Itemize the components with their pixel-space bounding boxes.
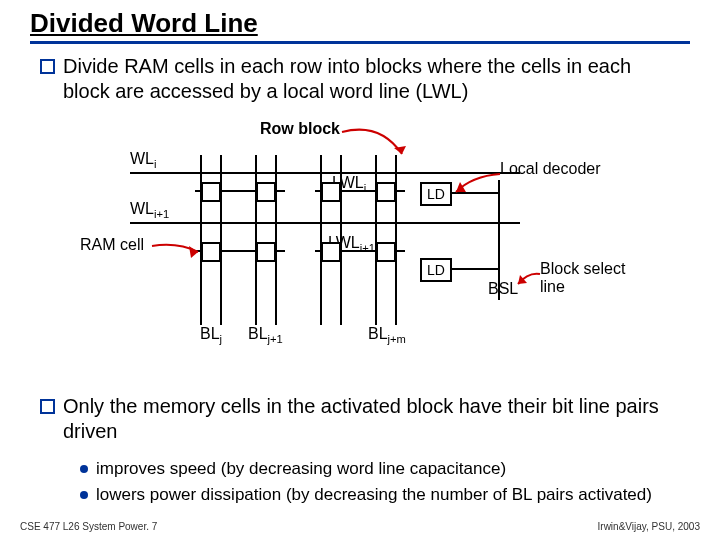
lwl-i1-sub: i+1 (360, 242, 375, 254)
ram-cell (376, 242, 396, 262)
label-row-block: Row block (260, 120, 340, 138)
bl-jm-sub: j+m (388, 333, 406, 345)
bl-j-text: BL (200, 325, 220, 342)
arrow-local-decoder (452, 172, 512, 202)
svg-marker-2 (189, 246, 198, 258)
sub-1-text: improves speed (by decreasing word line … (96, 458, 506, 479)
arrow-ram-cell (150, 240, 210, 270)
slide: Divided Word Line Divide RAM cells in ea… (0, 0, 720, 540)
arrow-row-block (340, 126, 420, 166)
ram-cell (256, 242, 276, 262)
bl-j1-text: BL (248, 325, 268, 342)
square-bullet-icon (40, 59, 55, 74)
bl-j-sub: j (220, 333, 223, 345)
arrow-bsl (516, 270, 546, 294)
label-wl-i1: WLi+1 (130, 200, 169, 218)
bl-1d (275, 155, 277, 325)
label-bl-jm: BLj+m (368, 325, 406, 343)
footer-right: Irwin&Vijay, PSU, 2003 (598, 521, 700, 532)
bullet-2: Only the memory cells in the activated b… (40, 394, 680, 444)
wl-i-sub: i (154, 158, 157, 170)
sub-bullet-2: lowers power dissipation (by decreasing … (80, 484, 680, 505)
bullet-1-text: Divide RAM cells in each row into blocks… (63, 54, 680, 104)
bl-j1-sub: j+1 (268, 333, 283, 345)
bl-2a (320, 155, 322, 325)
bl-2d (395, 155, 397, 325)
bullet-2-text: Only the memory cells in the activated b… (63, 394, 680, 444)
ram-cell (321, 182, 341, 202)
bl-1b (220, 155, 222, 325)
round-bullet-icon (80, 491, 88, 499)
bl-2c (375, 155, 377, 325)
label-ram-cell: RAM cell (80, 236, 144, 254)
footer-left: CSE 477 L26 System Power. 7 (20, 521, 157, 532)
title-underline: Divided Word Line (30, 8, 690, 44)
round-bullet-icon (80, 465, 88, 473)
ram-cell (201, 182, 221, 202)
label-bsl: BSL (488, 280, 518, 298)
sub-bullet-1: improves speed (by decreasing word line … (80, 458, 680, 479)
line-wl-i1 (130, 222, 520, 224)
ld-box-1: LD (420, 182, 452, 206)
bullet-1: Divide RAM cells in each row into blocks… (40, 54, 680, 104)
wl-i-text: WL (130, 150, 154, 167)
label-block-select: Block select line (540, 260, 640, 295)
sub-2-text: lowers power dissipation (by decreasing … (96, 484, 652, 505)
wl-i1-text: WL (130, 200, 154, 217)
bl-1c (255, 155, 257, 325)
slide-title: Divided Word Line (30, 8, 258, 38)
label-wl-i: WLi (130, 150, 157, 168)
diagram: Row block WLi WLi+1 LW (80, 120, 640, 380)
square-bullet-icon (40, 399, 55, 414)
ld2-out (450, 268, 500, 270)
label-bl-j: BLj (200, 325, 222, 343)
ram-cell (321, 242, 341, 262)
ram-cell (256, 182, 276, 202)
svg-marker-1 (456, 182, 466, 192)
ram-cell (376, 182, 396, 202)
label-local-decoder: Local decoder (500, 160, 601, 178)
label-bl-j1: BLj+1 (248, 325, 283, 343)
ld-box-2: LD (420, 258, 452, 282)
bl-jm-text: BL (368, 325, 388, 342)
lwl-i-sub: i (364, 182, 367, 194)
wl-i1-sub: i+1 (154, 208, 169, 220)
